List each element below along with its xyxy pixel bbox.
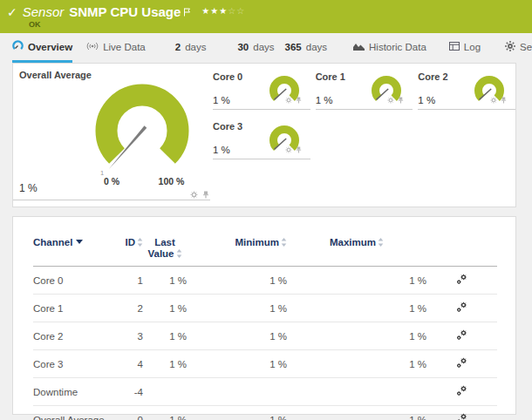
stars-filled-icon: ★★★ bbox=[201, 6, 228, 16]
tab-365-days-number: 365 bbox=[285, 42, 302, 52]
channel-settings-icon[interactable] bbox=[456, 360, 467, 370]
tab-log[interactable]: Log bbox=[449, 33, 481, 63]
gear-icon bbox=[505, 41, 515, 53]
core-1-label: Core 1 bbox=[316, 71, 345, 82]
tab-live-data[interactable]: Live Data bbox=[86, 33, 146, 63]
broadcast-icon bbox=[86, 42, 99, 52]
core-2-label: Core 2 bbox=[418, 71, 447, 82]
column-header-channel[interactable]: Channel bbox=[33, 235, 122, 267]
core-3-value: 1 % bbox=[213, 145, 230, 155]
core-2-value: 1 % bbox=[418, 95, 435, 105]
tab-30-days-unit: days bbox=[253, 42, 274, 52]
channel-settings-icon[interactable] bbox=[456, 388, 467, 398]
channel-settings-icon[interactable] bbox=[456, 276, 467, 287]
status-check-icon: ✓ bbox=[7, 4, 17, 20]
pin-icon[interactable] bbox=[296, 141, 302, 157]
tab-2-days-number: 2 bbox=[175, 42, 181, 52]
overall-average-label: Overall Average bbox=[19, 70, 92, 80]
chart-icon bbox=[353, 42, 365, 52]
flag-icon[interactable] bbox=[183, 4, 191, 20]
tab-2-days[interactable]: 2days bbox=[175, 33, 207, 63]
table-row: Overall Average 0 1 % 1 % 1 % bbox=[33, 406, 497, 420]
column-header-id[interactable]: ID bbox=[122, 235, 143, 267]
log-table-icon bbox=[449, 42, 460, 52]
gauge-scale-min: 0 % bbox=[104, 176, 120, 186]
tab-365-days-unit: days bbox=[306, 42, 327, 52]
pin-icon[interactable] bbox=[501, 91, 507, 107]
tab-settings[interactable]: Settings bbox=[505, 33, 532, 63]
channel-name: Core 1 bbox=[33, 295, 122, 322]
sort-icon bbox=[378, 238, 384, 247]
table-row: Core 3 4 1 % 1 % 1 % bbox=[33, 350, 497, 378]
core-0-value: 1 % bbox=[213, 95, 230, 105]
overall-average-gauge: 1 0 % 100 % bbox=[85, 78, 199, 192]
divider bbox=[13, 200, 210, 200]
gauge-cell-core-0: Core 0 1 % bbox=[213, 68, 310, 110]
channel-name: Core 2 bbox=[33, 322, 122, 350]
tab-30-days-number: 30 bbox=[237, 42, 249, 52]
tab-historic-data-label: Historic Data bbox=[369, 42, 426, 52]
gauge-settings-gear-icon[interactable] bbox=[490, 91, 497, 107]
tab-live-data-label: Live Data bbox=[103, 42, 146, 52]
sensor-overview-page: ✓ Sensor SNMP CPU Usage ★★★☆☆ OK Overvie… bbox=[0, 0, 532, 420]
overall-average-value: 1 % bbox=[19, 182, 38, 194]
gauges-panel: Overall Average 1 0 % 100 % 1 % Core 0 bbox=[12, 63, 516, 207]
channel-settings-icon[interactable] bbox=[456, 416, 467, 420]
gauge-scale-max: 100 % bbox=[159, 176, 185, 186]
sensor-header: ✓ Sensor SNMP CPU Usage ★★★☆☆ OK bbox=[0, 0, 532, 33]
pin-icon[interactable] bbox=[398, 91, 404, 107]
status-badge: OK bbox=[29, 20, 41, 29]
gauge-settings-gear-icon[interactable] bbox=[285, 141, 292, 157]
column-header-maximum[interactable]: Maximum bbox=[287, 235, 426, 267]
tab-2-days-unit: days bbox=[185, 42, 206, 52]
core-gauges-grid: Core 0 1 % Core 1 1 % Core 2 bbox=[213, 68, 515, 159]
channel-name: Core 0 bbox=[33, 267, 122, 295]
column-header-actions bbox=[426, 235, 497, 267]
tab-settings-label: Settings bbox=[520, 42, 532, 52]
column-header-last-value[interactable]: LastValue bbox=[143, 235, 187, 267]
pin-icon[interactable] bbox=[296, 91, 302, 107]
sort-icon bbox=[176, 249, 182, 258]
sensor-kind-label: Sensor bbox=[23, 4, 65, 20]
channel-settings-icon[interactable] bbox=[456, 332, 467, 342]
table-row: Downtime -4 bbox=[33, 378, 497, 406]
priority-stars[interactable]: ★★★☆☆ bbox=[201, 4, 245, 18]
channel-settings-icon[interactable] bbox=[456, 304, 467, 315]
channels-panel: Channel ID LastValue Minimum Maximum Cor… bbox=[12, 216, 516, 415]
channel-name: Overall Average bbox=[33, 406, 122, 420]
tab-365-days[interactable]: 365days bbox=[285, 33, 327, 63]
sort-desc-icon bbox=[76, 240, 83, 244]
table-row: Core 0 1 1 % 1 % 1 % bbox=[33, 267, 497, 295]
channels-table: Channel ID LastValue Minimum Maximum Cor… bbox=[33, 235, 497, 420]
tab-log-label: Log bbox=[464, 42, 481, 52]
tab-overview-label: Overview bbox=[28, 42, 72, 52]
tab-30-days[interactable]: 30days bbox=[237, 33, 274, 63]
table-row: Core 1 2 1 % 1 % 1 % bbox=[33, 295, 497, 322]
gauge-settings-gear-icon[interactable] bbox=[285, 91, 292, 107]
channel-name: Core 3 bbox=[33, 350, 122, 378]
gauge-cell-core-1: Core 1 1 % bbox=[316, 68, 413, 110]
table-row: Core 2 3 1 % 1 % 1 % bbox=[33, 322, 497, 350]
tab-historic-data[interactable]: Historic Data bbox=[353, 33, 426, 63]
gauge-settings-gear-icon[interactable] bbox=[387, 91, 394, 107]
tab-bar: Overview Live Data 2days 30days 365days … bbox=[0, 33, 532, 63]
gauge-icon bbox=[12, 40, 24, 53]
column-header-minimum[interactable]: Minimum bbox=[187, 235, 287, 267]
core-1-value: 1 % bbox=[316, 95, 333, 105]
tab-overview[interactable]: Overview bbox=[12, 33, 72, 63]
sort-icon bbox=[281, 238, 287, 247]
gauge-cell-core-2: Core 2 1 % bbox=[418, 68, 515, 110]
page-title: SNMP CPU Usage bbox=[69, 4, 181, 20]
sort-icon bbox=[137, 238, 143, 247]
stars-empty-icon: ☆☆ bbox=[228, 6, 245, 16]
channel-name: Downtime bbox=[33, 378, 122, 406]
gauge-cell-core-3: Core 3 1 % bbox=[213, 118, 310, 159]
core-3-label: Core 3 bbox=[213, 121, 242, 132]
core-0-label: Core 0 bbox=[213, 71, 242, 82]
